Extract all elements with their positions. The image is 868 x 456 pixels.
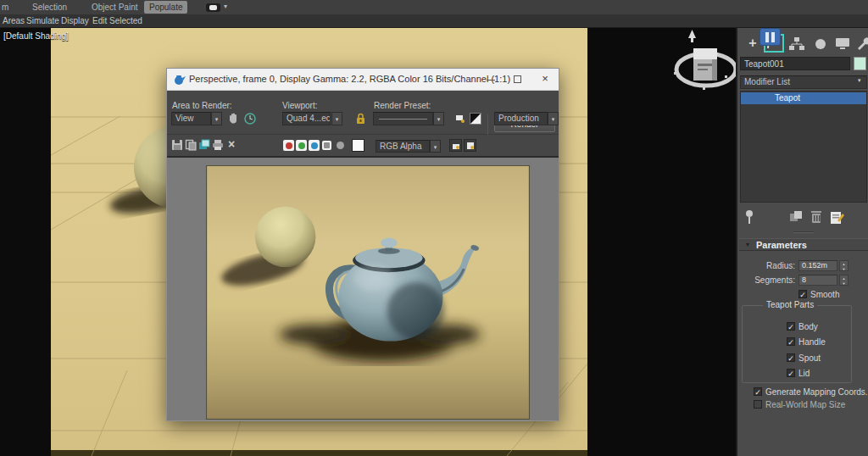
viewport-shading-label[interactable]: [Default Shading] — [3, 31, 69, 41]
toggle-ui-icon[interactable] — [464, 139, 476, 152]
viewport-dropdown[interactable]: Quad 4...ective — [282, 112, 331, 125]
rfw-title-text: Perspective, frame 0, Display Gamma: 2.2… — [189, 74, 510, 84]
render-preset-dropdown[interactable] — [373, 112, 433, 125]
save-image-icon[interactable] — [171, 139, 183, 151]
channel-dropdown-caret-icon[interactable]: ▾ — [430, 140, 441, 153]
configure-modifier-sets-icon[interactable] — [829, 209, 844, 225]
spout-checkbox[interactable]: ✓ — [787, 353, 795, 362]
viewport-label: Viewport: — [282, 101, 318, 110]
preset-dropdown-caret-icon[interactable]: ▾ — [433, 112, 444, 125]
clear-image-icon[interactable]: × — [225, 139, 237, 151]
close-button[interactable]: × — [531, 69, 559, 90]
radius-spinner[interactable]: ▴▾ — [839, 260, 849, 271]
ribbon-display-toggle-icon[interactable] — [206, 3, 220, 12]
rfw-app-icon — [173, 73, 186, 86]
stack-item-teapot[interactable]: Teapot — [741, 92, 866, 104]
motion-tab-icon[interactable] — [812, 36, 829, 52]
object-name-field[interactable] — [740, 57, 850, 70]
lid-checkbox[interactable]: ✓ — [787, 369, 795, 377]
blue-channel-button[interactable] — [309, 140, 320, 151]
lock-viewport-icon[interactable] — [355, 112, 366, 125]
body-checkbox[interactable]: ✓ — [787, 322, 795, 331]
real-world-checkbox[interactable] — [754, 400, 762, 409]
toggle-ui-overlays-icon[interactable] — [449, 139, 462, 152]
teapot-parts-group — [742, 305, 852, 383]
gamma-toggle-icon[interactable] — [470, 113, 481, 125]
renderer-dropdown[interactable]: Production — [494, 112, 548, 125]
command-panel: + Modifier List ▾ Teapot ▾ — [736, 28, 868, 456]
ribbon-button-display[interactable]: Display — [61, 14, 89, 28]
smooth-label: Smooth — [810, 290, 839, 299]
object-color-swatch[interactable] — [854, 57, 866, 70]
rollout-arrow-icon: ▾ — [746, 241, 749, 248]
handle-checkbox[interactable]: ✓ — [787, 337, 795, 346]
background-color-swatch[interactable] — [352, 139, 364, 152]
minimize-button[interactable] — [477, 69, 504, 90]
red-channel-button[interactable] — [283, 140, 294, 151]
viewport-ground-edge — [51, 450, 587, 456]
segments-field[interactable]: 8 — [798, 275, 837, 286]
parameters-rollout-header[interactable]: ▾ Parameters — [739, 238, 868, 251]
print-image-icon[interactable] — [212, 139, 224, 151]
viewport-empty-space-left[interactable] — [0, 28, 51, 456]
teapot-parts-title: Teapot Parts — [763, 300, 817, 309]
monochrome-channel-button[interactable] — [322, 141, 331, 150]
copy-image-icon[interactable] — [185, 139, 197, 151]
ribbon-button-edit-selected[interactable]: Edit Selected — [92, 14, 142, 28]
lid-label: Lid — [798, 369, 810, 378]
rollout-resize-handle[interactable] — [793, 231, 814, 233]
radius-field[interactable]: 0.152m — [798, 260, 837, 271]
generate-mapping-label: Generate Mapping Coords. — [765, 387, 868, 397]
rendered-frame-window: Perspective, frame 0, Display Gamma: 2.2… — [166, 68, 559, 421]
ribbon-tab-populate[interactable]: Populate — [144, 1, 187, 14]
modifier-stack[interactable]: Teapot — [740, 91, 867, 203]
smooth-checkbox[interactable]: ✓ — [798, 290, 807, 298]
green-channel-button[interactable] — [296, 140, 307, 151]
ribbon-tab-selection[interactable]: Selection — [32, 0, 67, 14]
make-unique-icon[interactable] — [788, 209, 804, 225]
body-label: Body — [798, 322, 818, 331]
modifier-list-caret-icon[interactable]: ▾ — [858, 77, 861, 84]
ribbon-button-areas[interactable]: Areas — [3, 14, 25, 28]
modifier-list-dropdown[interactable]: Modifier List — [740, 75, 867, 89]
maximize-button[interactable] — [504, 69, 531, 90]
viewport-empty-space-right[interactable] — [587, 28, 736, 456]
area-dropdown-caret-icon[interactable]: ▾ — [211, 112, 222, 125]
hierarchy-tab-icon[interactable] — [788, 36, 805, 52]
ribbon-toolbar: Areas Simulate Display Edit Selected — [0, 14, 868, 28]
ribbon-caret-icon[interactable]: ▾ — [224, 3, 227, 10]
ribbon-button-simulate[interactable]: Simulate — [26, 14, 59, 28]
rfw-titlebar[interactable]: Perspective, frame 0, Display Gamma: 2.2… — [167, 69, 559, 91]
rfw-image-area — [167, 157, 559, 420]
display-tab-icon[interactable] — [834, 36, 851, 52]
render-preset-label: Render Preset: — [374, 101, 431, 110]
handle-label: Handle — [798, 337, 826, 347]
rfw-toolbar: Area to Render: View ▾ Viewport: Quad 4.… — [167, 91, 559, 135]
ribbon-tab-bar: m Selection Object Paint Populate ▾ — [0, 0, 868, 14]
create-tab-icon[interactable]: + — [744, 36, 761, 52]
pin-stack-icon[interactable] — [742, 209, 757, 225]
spout-label: Spout — [798, 353, 821, 363]
pan-hand-icon[interactable] — [226, 112, 240, 125]
alpha-channel-button[interactable] — [337, 142, 344, 149]
rfw-icon-bar: × RGB Alpha ▾ — [167, 135, 559, 157]
renderer-dropdown-caret-icon[interactable]: ▾ — [548, 112, 559, 125]
rendered-image — [206, 165, 530, 420]
area-to-render-dropdown[interactable]: View — [171, 112, 211, 125]
viewport-dropdown-caret-icon[interactable]: ▾ — [331, 112, 342, 125]
remove-modifier-icon[interactable] — [809, 209, 824, 225]
generate-mapping-checkbox[interactable]: ✓ — [754, 387, 762, 396]
ribbon-tab-object-paint[interactable]: Object Paint — [92, 0, 137, 14]
ribbon-tab-m[interactable]: m — [2, 0, 8, 14]
auto-region-icon[interactable] — [243, 112, 257, 125]
clone-rendered-frame-icon[interactable] — [198, 139, 210, 151]
real-world-label: Real-World Map Size — [765, 400, 845, 409]
area-to-render-label: Area to Render: — [172, 101, 232, 110]
segments-spinner[interactable]: ▴▾ — [839, 275, 849, 286]
parameters-title: Parameters — [756, 240, 807, 250]
channel-display-dropdown[interactable]: RGB Alpha — [376, 140, 430, 153]
render-setup-icon[interactable] — [453, 112, 466, 125]
utilities-tab-icon[interactable] — [854, 36, 868, 52]
show-end-result-icon[interactable] — [760, 28, 781, 46]
radius-label: Radius: — [737, 261, 795, 270]
